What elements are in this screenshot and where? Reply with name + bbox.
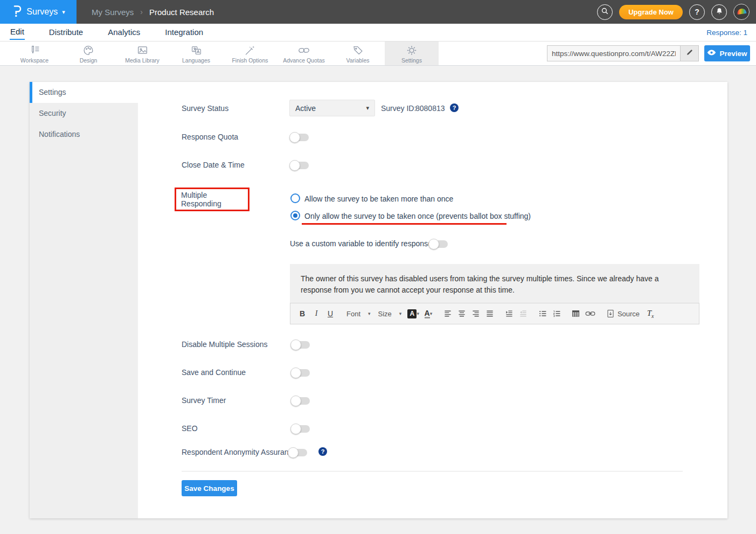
response-count: Response: 1 xyxy=(706,29,747,37)
text-color-icon: A xyxy=(425,309,430,318)
align-right-button[interactable] xyxy=(469,307,482,321)
section-nav: Edit Distribute Analytics Integration Re… xyxy=(0,24,756,41)
edit-toolbar: Workspace Design Media Library Languages… xyxy=(0,41,756,66)
breadcrumb-separator-icon: › xyxy=(140,8,143,16)
tag-icon xyxy=(352,45,364,56)
top-bar: Surveys ▾ My Surveys › Product Research … xyxy=(0,0,756,24)
table-button[interactable] xyxy=(570,307,582,321)
questionpro-logo-icon xyxy=(11,4,22,20)
disabled-message-box[interactable]: The owner of this survey has disabled us… xyxy=(290,264,699,303)
breadcrumb-current: Product Research xyxy=(149,8,214,17)
align-center-button[interactable] xyxy=(455,307,468,321)
save-continue-label: Save and Continue xyxy=(182,368,246,377)
sidebar-item-security[interactable]: Security xyxy=(30,103,138,124)
bell-icon xyxy=(715,7,724,17)
product-name: Surveys xyxy=(26,7,58,17)
background-color-icon: A xyxy=(407,309,417,318)
survey-status-label: Survey Status xyxy=(182,104,228,113)
save-changes-button[interactable]: Save Changes xyxy=(182,480,237,496)
eye-icon xyxy=(707,49,716,58)
radio-only-once[interactable] xyxy=(290,211,300,220)
survey-timer-toggle[interactable] xyxy=(292,397,310,405)
toolbar-item-finish-options[interactable]: Finish Options xyxy=(223,41,277,65)
tab-analytics[interactable]: Analytics xyxy=(107,25,141,39)
radio-allow-multiple[interactable] xyxy=(290,193,300,203)
user-avatar[interactable] xyxy=(733,4,750,20)
survey-id-label: Survey ID: xyxy=(381,104,416,113)
multiple-responding-annotation-box: Multiple Responding xyxy=(175,188,249,211)
anonymity-toggle[interactable] xyxy=(289,449,307,456)
toolbar-item-variables[interactable]: Variables xyxy=(331,41,385,65)
numbered-list-button[interactable] xyxy=(550,307,563,321)
settings-panel: Settings Security Notifications Survey S… xyxy=(30,82,727,518)
save-continue-toggle[interactable] xyxy=(292,369,310,377)
anonymity-help-icon[interactable]: ? xyxy=(318,447,327,456)
close-date-label: Close Date & Time xyxy=(182,161,245,169)
breadcrumb-my-surveys[interactable]: My Surveys xyxy=(92,8,134,17)
multiple-responding-label: Multiple Responding xyxy=(181,191,248,208)
chevron-down-icon: ▾ xyxy=(399,311,402,316)
seo-label: SEO xyxy=(182,424,198,433)
toolbar-item-workspace[interactable]: Workspace xyxy=(8,41,61,65)
size-dropdown[interactable]: Size ▾ xyxy=(375,307,405,321)
toolbar-item-design[interactable]: Design xyxy=(61,41,115,65)
search-button[interactable] xyxy=(597,4,613,20)
survey-url-input[interactable] xyxy=(547,46,680,61)
radio-only-once-label[interactable]: Only allow the survey to be taken once (… xyxy=(304,212,531,220)
font-dropdown[interactable]: Font ▾ xyxy=(343,307,374,321)
response-quota-toggle[interactable] xyxy=(290,134,309,141)
bold-button[interactable]: B xyxy=(296,307,309,321)
preview-button[interactable]: Preview xyxy=(704,45,750,61)
question-mark-icon: ? xyxy=(695,8,699,16)
bullet-list-button[interactable] xyxy=(536,307,549,321)
gear-icon xyxy=(406,45,418,56)
avatar-logo-icon xyxy=(737,8,746,15)
seo-toggle[interactable] xyxy=(292,425,310,433)
survey-status-dropdown[interactable]: Active ▾ xyxy=(289,100,375,116)
align-left-button[interactable] xyxy=(441,307,454,321)
pencil-icon xyxy=(686,48,693,58)
response-quota-label: Response Quota xyxy=(182,133,238,141)
indent-button[interactable] xyxy=(503,307,516,321)
toolbar-item-settings[interactable]: Settings xyxy=(385,41,439,65)
chevron-down-icon: ▾ xyxy=(62,9,65,16)
survey-status-help-icon[interactable]: ? xyxy=(450,103,459,112)
breadcrumb: My Surveys › Product Research xyxy=(92,8,214,17)
source-button[interactable]: Source xyxy=(604,307,643,321)
anonymity-label: Respondent Anonymity Assurance xyxy=(182,448,296,456)
disable-sessions-label: Disable Multiple Sessions xyxy=(182,340,268,349)
notifications-button[interactable] xyxy=(711,4,727,20)
settings-sidebar: Settings Security Notifications xyxy=(30,82,138,518)
sidebar-item-notifications[interactable]: Notifications xyxy=(30,124,138,145)
image-icon xyxy=(136,45,149,56)
background-color-button[interactable]: A ▾ xyxy=(406,307,421,321)
toolbar-item-languages[interactable]: Languages xyxy=(169,41,223,65)
text-color-button[interactable]: A ▾ xyxy=(422,307,435,321)
survey-url-field xyxy=(547,45,699,61)
align-justify-button[interactable] xyxy=(483,307,496,321)
close-date-toggle[interactable] xyxy=(290,162,309,169)
italic-button[interactable]: I xyxy=(310,307,323,321)
radio-allow-multiple-label[interactable]: Allow the survey to be taken more than o… xyxy=(304,195,453,203)
toolbar-item-advance-quotas[interactable]: Advance Quotas xyxy=(277,41,331,65)
remove-format-button[interactable]: Tx xyxy=(644,307,657,321)
red-underline-annotation xyxy=(302,223,507,225)
link-icon[interactable] xyxy=(584,307,597,321)
sidebar-item-settings[interactable]: Settings xyxy=(30,82,138,103)
outdent-button[interactable] xyxy=(517,307,530,321)
tab-distribute[interactable]: Distribute xyxy=(48,25,84,39)
palette-icon xyxy=(82,45,94,56)
custom-variable-toggle[interactable] xyxy=(429,240,448,248)
edit-url-button[interactable] xyxy=(680,46,698,61)
toolbar-item-media-library[interactable]: Media Library xyxy=(115,41,169,65)
tab-edit[interactable]: Edit xyxy=(10,25,25,40)
survey-id-value: 8080813 xyxy=(415,104,445,113)
upgrade-now-button[interactable]: Upgrade Now xyxy=(619,5,683,19)
disable-sessions-toggle[interactable] xyxy=(292,341,310,349)
help-button[interactable]: ? xyxy=(689,4,705,20)
product-switcher[interactable]: Surveys ▾ xyxy=(0,0,77,24)
custom-variable-label: Use a custom variable to identify respon… xyxy=(290,239,436,248)
underline-button[interactable]: U xyxy=(324,307,337,321)
languages-icon xyxy=(190,45,203,56)
tab-integration[interactable]: Integration xyxy=(164,25,204,39)
